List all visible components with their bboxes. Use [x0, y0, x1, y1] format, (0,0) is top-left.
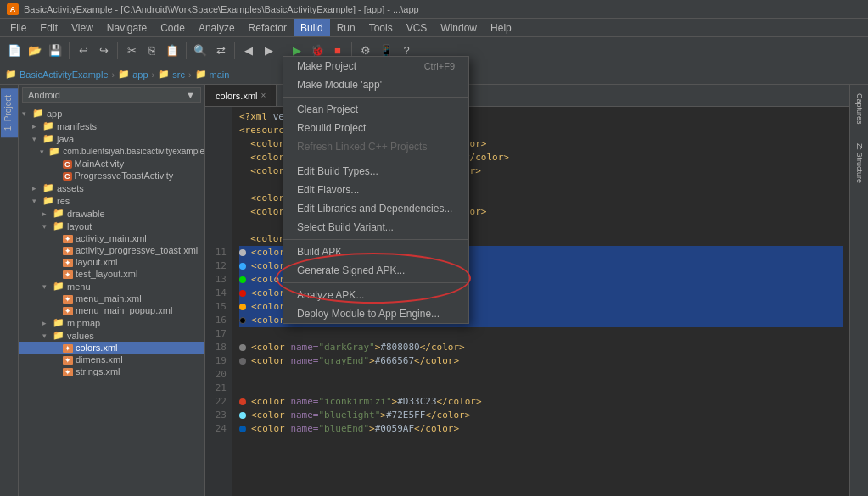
window-title: BasicActivityExample - [C:\Android\WorkS… — [24, 4, 419, 14]
menu-bar: File Edit View Navigate Code Analyze Ref… — [0, 19, 868, 37]
tab-colors-label: colors.xml — [216, 91, 258, 101]
toolbar-replace-btn[interactable]: ⇄ — [211, 42, 230, 60]
nav-app[interactable]: 📁app — [118, 69, 148, 80]
menu-select-build-variant[interactable]: Select Build Variant... — [283, 218, 468, 237]
menu-make-project[interactable]: Make Project Ctrl+F9 — [283, 57, 468, 75]
toolbar-sep1 — [69, 42, 70, 59]
project-tree: ▾ 📁 app ▸ 📁 manifests ▾ 📁 java ▾ — [19, 105, 204, 496]
nav-sep1: › — [112, 70, 115, 80]
toolbar-undo-btn[interactable]: ↩ — [74, 42, 92, 60]
menu-edit-build-types[interactable]: Edit Build Types... — [283, 162, 468, 181]
tree-progressve[interactable]: C ProgressveToastActivity — [19, 170, 204, 181]
tree-dimens-xml[interactable]: ✦ dimens.xml — [19, 354, 204, 365]
code-line-24: <color name="blueEnd">#0059AF</color> — [239, 422, 843, 436]
menu-make-module[interactable]: Make Module 'app' — [283, 75, 468, 94]
title-bar: A BasicActivityExample - [C:\Android\Wor… — [0, 0, 868, 19]
menu-refresh-linked[interactable]: Refresh Linked C++ Projects — [283, 137, 468, 156]
toolbar-paste-btn[interactable]: 📋 — [163, 42, 182, 60]
menu-edit[interactable]: Edit — [33, 19, 64, 36]
menu-window[interactable]: Window — [434, 19, 484, 36]
menu-build-apk[interactable]: Build APK — [283, 242, 468, 261]
menu-sep1 — [283, 97, 468, 98]
tree-assets[interactable]: ▸ 📁 assets — [19, 181, 204, 194]
toolbar-sep3 — [186, 42, 187, 59]
toolbar-save-btn[interactable]: 💾 — [46, 42, 64, 60]
left-side-tabs: 1: Project — [0, 85, 19, 496]
toolbar-sep4 — [234, 42, 235, 59]
menu-sep2 — [283, 159, 468, 159]
tree-mipmap[interactable]: ▸ 📁 mipmap — [19, 316, 204, 329]
toolbar-new-btn[interactable]: 📄 — [5, 42, 24, 60]
tree-mainactivity[interactable]: C MainActivity — [19, 158, 204, 170]
code-line-23: <color name="bluelight">#72E5FF</color> — [239, 409, 843, 422]
tree-layout[interactable]: ▾ 📁 layout — [19, 220, 204, 232]
menu-vcs[interactable]: VCS — [400, 19, 434, 36]
tree-drawable[interactable]: ▸ 📁 drawable — [19, 207, 204, 220]
project-tab[interactable]: 1: Project — [1, 88, 18, 137]
toolbar-redo-btn[interactable]: ↪ — [94, 42, 113, 60]
app-icon: A — [7, 3, 19, 15]
menu-analyze-apk[interactable]: Analyze APK... — [283, 286, 468, 304]
code-line-19: <color name="grayEnd">#666567</color> — [239, 354, 843, 368]
code-line-20 — [239, 368, 843, 382]
nav-src[interactable]: 📁src — [158, 69, 185, 80]
menu-generate-signed-apk[interactable]: Generate Signed APK... — [283, 261, 468, 280]
menu-run[interactable]: Run — [330, 19, 362, 36]
build-dropdown: Make Project Ctrl+F9 Make Module 'app' C… — [283, 56, 469, 324]
code-line-21 — [239, 382, 843, 395]
menu-file[interactable]: File — [3, 19, 33, 36]
menu-view[interactable]: View — [64, 19, 100, 36]
tree-colors-xml[interactable]: ✦ colors.xml — [19, 342, 204, 354]
tree-activity-progressve[interactable]: ✦ activity_progressve_toast.xml — [19, 244, 204, 256]
toolbar-sep2 — [117, 42, 118, 59]
code-line-22: <color name="iconkirmizi">#D33C23</color… — [239, 395, 843, 409]
line-numbers: 11 12 13 14 15 16 17 18 19 20 21 22 23 2… — [205, 107, 232, 496]
project-panel: Android ▼ ▾ 📁 app ▸ 📁 manifests ▾ — [19, 85, 205, 496]
toolbar-search-btn[interactable]: 🔍 — [191, 42, 210, 60]
right-tab-structure[interactable]: Z: Structure — [854, 138, 865, 188]
menu-code[interactable]: Code — [154, 19, 192, 36]
menu-refactor[interactable]: Refactor — [242, 19, 294, 36]
menu-sep3 — [283, 239, 468, 240]
tree-layout-xml[interactable]: ✦ layout.xml — [19, 256, 204, 268]
tree-manifests[interactable]: ▸ 📁 manifests — [19, 120, 204, 132]
toolbar-forward-btn[interactable]: ▶ — [260, 42, 278, 60]
nav-main[interactable]: 📁main — [195, 69, 230, 80]
toolbar-back-btn[interactable]: ◀ — [239, 42, 258, 60]
tree-app[interactable]: ▾ 📁 app — [19, 107, 204, 120]
nav-project[interactable]: 📁BasicActivityExample — [5, 69, 109, 80]
menu-analyze[interactable]: Analyze — [192, 19, 242, 36]
menu-help[interactable]: Help — [484, 19, 518, 36]
toolbar-copy-btn[interactable]: ⎘ — [143, 42, 161, 60]
menu-tools[interactable]: Tools — [362, 19, 400, 36]
menu-rebuild-project[interactable]: Rebuild Project — [283, 119, 468, 137]
nav-sep2: › — [152, 70, 155, 80]
tree-package[interactable]: ▾ 📁 com.bulentsiyah.basicactivityexample — [19, 145, 204, 158]
tree-test-layout[interactable]: ✦ test_layout.xml — [19, 268, 204, 280]
tree-menu-popup[interactable]: ✦ menu_main_popup.xml — [19, 304, 204, 316]
menu-navigate[interactable]: Navigate — [100, 19, 154, 36]
tab-colors-xml[interactable]: colors.xml × — [205, 85, 277, 106]
tree-values[interactable]: ▾ 📁 values — [19, 329, 204, 342]
menu-edit-libraries[interactable]: Edit Libraries and Dependencies... — [283, 199, 468, 218]
right-side-tabs: Captures Z: Structure — [849, 85, 868, 496]
tree-java[interactable]: ▾ 📁 java — [19, 132, 204, 145]
tab-colors-close[interactable]: × — [261, 91, 266, 100]
tree-res[interactable]: ▾ 📁 res — [19, 194, 204, 207]
nav-sep3: › — [188, 70, 192, 80]
toolbar-open-btn[interactable]: 📂 — [25, 42, 44, 60]
tree-strings-xml[interactable]: ✦ strings.xml — [19, 365, 204, 377]
menu-deploy-module[interactable]: Deploy Module to App Engine... — [283, 304, 468, 323]
menu-edit-flavors[interactable]: Edit Flavors... — [283, 181, 468, 199]
code-line-18: <color name="darkGray">#808080</color> — [239, 341, 843, 354]
right-tab-captures[interactable]: Captures — [854, 88, 865, 130]
menu-sep4 — [283, 282, 468, 283]
toolbar-cut-btn[interactable]: ✂ — [122, 42, 141, 60]
tree-menu[interactable]: ▾ 📁 menu — [19, 280, 204, 293]
android-selector[interactable]: Android ▼ — [22, 87, 201, 103]
code-line-17 — [239, 327, 843, 341]
menu-clean-project[interactable]: Clean Project — [283, 100, 468, 119]
tree-menu-main[interactable]: ✦ menu_main.xml — [19, 293, 204, 304]
tree-activity-main[interactable]: ✦ activity_main.xml — [19, 232, 204, 244]
menu-build[interactable]: Build — [294, 19, 330, 36]
